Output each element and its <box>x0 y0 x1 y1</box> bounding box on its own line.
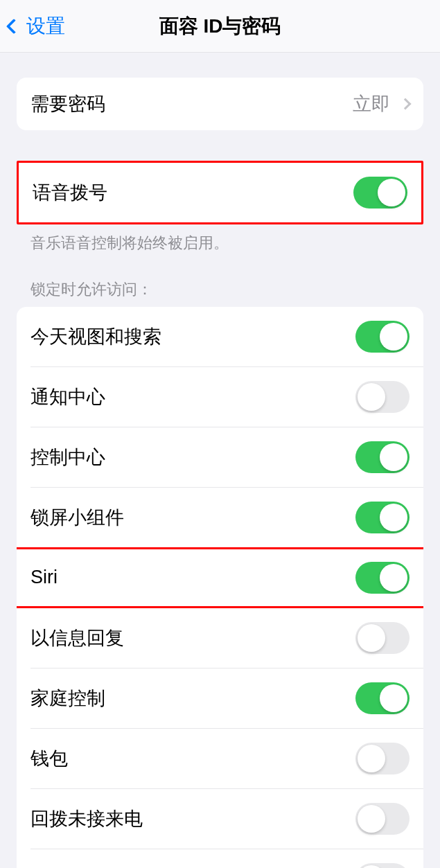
back-label: 设置 <box>26 13 65 39</box>
notification-center-toggle[interactable] <box>355 381 410 413</box>
require-passcode-group: 需要密码 立即 <box>17 78 423 130</box>
control-center-label: 控制中心 <box>30 445 105 470</box>
reply-with-message-label: 以信息回复 <box>30 626 124 650</box>
voice-dial-row: 语音拨号 <box>19 163 421 222</box>
notification-center-label: 通知中心 <box>30 384 105 409</box>
toggle-knob <box>378 179 405 206</box>
require-passcode-row[interactable]: 需要密码 立即 <box>17 78 423 130</box>
voice-dial-label: 语音拨号 <box>33 180 107 205</box>
control-center-row: 控制中心 <box>30 427 423 487</box>
reply-with-message-toggle[interactable] <box>355 622 410 654</box>
today-view-row: 今天视图和搜索 <box>17 307 423 366</box>
toggle-knob <box>380 443 407 471</box>
lock-screen-widgets-row: 锁屏小组件 <box>30 487 423 547</box>
siri-toggle[interactable] <box>355 562 410 594</box>
siri-row: Siri <box>30 547 423 608</box>
require-passcode-label: 需要密码 <box>30 91 105 116</box>
usb-accessories-row: USB配件 <box>30 849 423 868</box>
back-button[interactable]: 设置 <box>0 13 65 39</box>
page-title: 面容 ID与密码 <box>159 13 281 39</box>
lock-screen-widgets-toggle[interactable] <box>355 502 410 533</box>
nav-header: 设置 面容 ID与密码 <box>0 0 440 53</box>
voice-dial-group: 语音拨号 <box>17 161 423 224</box>
toggle-knob <box>358 865 385 868</box>
lock-screen-widgets-label: 锁屏小组件 <box>30 505 124 530</box>
toggle-knob <box>358 745 385 772</box>
require-passcode-value: 立即 <box>353 91 390 116</box>
lock-access-header: 锁定时允许访问： <box>17 254 423 307</box>
home-control-label: 家庭控制 <box>30 686 105 711</box>
toggle-knob <box>380 504 407 531</box>
home-control-toggle[interactable] <box>355 682 410 714</box>
usb-accessories-toggle[interactable] <box>355 863 410 868</box>
home-control-row: 家庭控制 <box>30 668 423 728</box>
wallet-row: 钱包 <box>30 728 423 788</box>
today-view-toggle[interactable] <box>355 321 410 353</box>
toggle-knob <box>380 323 407 351</box>
toggle-knob <box>358 383 385 411</box>
return-missed-calls-label: 回拨未接来电 <box>30 806 143 831</box>
siri-label: Siri <box>30 567 58 588</box>
voice-dial-toggle[interactable] <box>353 177 407 209</box>
reply-with-message-row: 以信息回复 <box>30 608 423 668</box>
notification-center-row: 通知中心 <box>30 366 423 427</box>
toggle-knob <box>380 684 407 712</box>
lock-access-group: 今天视图和搜索 通知中心 控制中心 锁屏小组件 Siri 以信息回复 家庭控制 <box>17 307 423 868</box>
voice-dial-footer: 音乐语音控制将始终被启用。 <box>17 224 423 254</box>
chevron-left-icon <box>6 18 22 34</box>
control-center-toggle[interactable] <box>355 441 410 473</box>
require-passcode-value-wrap: 立即 <box>353 91 410 116</box>
toggle-knob <box>358 805 385 833</box>
today-view-label: 今天视图和搜索 <box>30 324 161 349</box>
toggle-knob <box>358 624 385 652</box>
return-missed-calls-row: 回拨未接来电 <box>30 788 423 849</box>
return-missed-calls-toggle[interactable] <box>355 803 410 835</box>
wallet-toggle[interactable] <box>355 743 410 774</box>
chevron-right-icon <box>400 98 412 110</box>
wallet-label: 钱包 <box>30 746 68 771</box>
toggle-knob <box>380 564 407 592</box>
